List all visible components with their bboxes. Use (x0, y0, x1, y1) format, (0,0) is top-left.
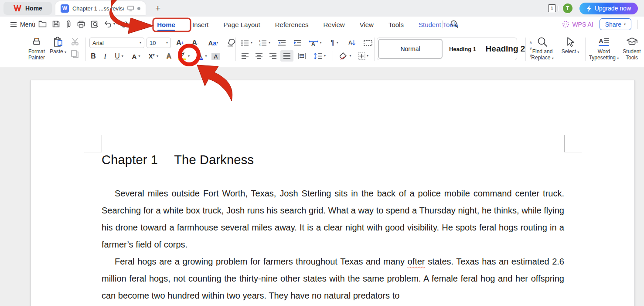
bullet-list-button[interactable]: ▾ (239, 37, 255, 48)
user-avatar[interactable]: T (563, 3, 572, 13)
divider (442, 21, 443, 28)
sort-icon[interactable]: A (344, 37, 360, 48)
print-icon[interactable] (77, 19, 85, 29)
open-folder-icon[interactable] (38, 19, 47, 29)
clear-formatting-icon[interactable] (224, 37, 238, 48)
wps-ai-icon (562, 21, 569, 28)
font-size-combobox[interactable]: 10▾ (147, 38, 171, 48)
styles-gallery: Normal Heading 1 Heading 2 ∧ ∨ ∨ (377, 38, 517, 60)
paste-button[interactable]: Paste ▾ (48, 37, 68, 55)
menu-label: Menu (20, 21, 35, 28)
body-paragraph-1[interactable]: Several miles outside Fort Worth, Texas,… (102, 185, 564, 253)
wps-home-tab-label: Home (25, 5, 42, 12)
copy-icon[interactable] (71, 50, 79, 58)
search-icon[interactable] (450, 20, 459, 28)
lightning-icon (586, 5, 592, 12)
character-scale-button[interactable]: A▾ (306, 37, 325, 48)
find-and-replace-button[interactable]: Find andReplace ▾ (528, 37, 556, 61)
menu-bar: Menu ▾ Home Insert Page Layout Reference… (0, 17, 644, 32)
share-button[interactable]: Share ▾ (600, 18, 631, 30)
body-paragraph-2[interactable]: Feral hogs are a growing problem for far… (102, 253, 564, 304)
window-tab-bar: Home W Chapter 1 ...ss revise + 1 T Upgr… (0, 0, 644, 17)
tab-view[interactable]: View (352, 17, 381, 32)
font-name-value: Arial (92, 40, 104, 46)
shading-color-button[interactable]: ▾ (337, 50, 354, 62)
chapter-heading[interactable]: Chapter 1The Darkness (102, 153, 564, 167)
superscript-button[interactable]: X²▾ (145, 51, 162, 62)
underline-button[interactable]: U▾ (111, 51, 127, 62)
divider (34, 21, 34, 28)
misspelled-word[interactable]: ofter (408, 257, 425, 266)
format-painter-icon (31, 37, 42, 47)
hamburger-icon (10, 22, 17, 27)
save-icon[interactable] (52, 19, 60, 29)
decrease-font-size-button[interactable]: A− (189, 37, 202, 48)
document-tab-title: Chapter 1 ...ss revise (72, 5, 124, 12)
quick-access-toolbar: ▾ (38, 19, 128, 29)
menu-button[interactable]: Menu (10, 19, 35, 30)
document-page[interactable]: Chapter 1The Darkness Several miles outs… (31, 80, 635, 306)
upgrade-now-button[interactable]: Upgrade now (579, 3, 638, 14)
text-frame-icon[interactable] (361, 37, 375, 48)
font-color-button[interactable]: A▾ (193, 51, 210, 62)
graduation-cap-icon (626, 37, 638, 47)
decrease-indent-icon[interactable] (274, 37, 289, 48)
font-size-value: 10 (150, 40, 156, 46)
text-effects-button[interactable]: A (162, 51, 175, 62)
select-cursor-icon (566, 37, 575, 47)
style-heading1[interactable]: Heading 1 (443, 38, 482, 60)
tab-references[interactable]: References (268, 17, 316, 32)
distribute-text-icon[interactable] (294, 50, 309, 62)
justify-icon[interactable] (280, 50, 293, 62)
align-right-icon[interactable] (266, 50, 279, 62)
monitor-icon[interactable] (127, 6, 134, 11)
divider (374, 38, 375, 61)
print-preview-icon[interactable] (91, 19, 99, 29)
tab-insert[interactable]: Insert (185, 17, 216, 32)
divider (585, 38, 586, 61)
new-tab-button[interactable]: + (155, 4, 160, 13)
divider (333, 51, 333, 61)
student-tools-button[interactable]: StudentTools (621, 37, 643, 61)
chapter-title: The Darkness (174, 153, 254, 167)
wps-ai-button[interactable]: WPS AI (562, 21, 593, 28)
borders-button[interactable]: ▾ (355, 50, 371, 62)
tab-review[interactable]: Review (316, 17, 352, 32)
bold-button[interactable]: B (87, 51, 99, 62)
line-spacing-button[interactable]: ▾ (310, 50, 329, 62)
format-painter-button[interactable]: FormatPainter (24, 37, 49, 61)
font-name-combobox[interactable]: Arial▾ (89, 38, 144, 48)
change-case-button[interactable]: Aa▾ (204, 37, 222, 48)
style-normal[interactable]: Normal (378, 39, 443, 59)
style-heading2[interactable]: Heading 2 (482, 38, 529, 60)
document-tab[interactable]: W Chapter 1 ...ss revise (55, 1, 146, 15)
svg-text:3: 3 (259, 44, 261, 46)
strikethrough-button[interactable]: A▾ (127, 51, 145, 62)
window-switcher-icon[interactable]: 1 (548, 4, 556, 12)
highlight-color-button[interactable]: ▾ (175, 51, 193, 62)
wps-logo-icon (13, 4, 22, 13)
increase-indent-icon[interactable] (290, 37, 305, 48)
svg-text:A: A (348, 40, 352, 46)
align-left-icon[interactable] (239, 50, 252, 62)
italic-button[interactable]: I (99, 51, 111, 62)
show-paragraph-marks-button[interactable]: ¶▾ (326, 37, 343, 48)
undo-button[interactable]: ▾ (104, 19, 115, 29)
char-shading-button[interactable]: A (210, 51, 221, 62)
redo-button[interactable] (121, 19, 128, 29)
wps-home-tab[interactable]: Home (3, 2, 52, 15)
select-button[interactable]: Select ▾ (559, 37, 582, 55)
increase-font-size-button[interactable]: A+ (173, 37, 187, 48)
numbered-list-button[interactable]: 123▾ (256, 37, 273, 48)
document-canvas[interactable]: Chapter 1The Darkness Several miles outs… (0, 68, 644, 306)
word-typesetting-button[interactable]: A WordTypesetting ▾ (588, 37, 620, 61)
writer-doc-icon: W (61, 4, 69, 13)
tab-home[interactable]: Home (147, 17, 185, 32)
export-pdf-icon[interactable] (65, 19, 72, 29)
unsaved-indicator-dot[interactable] (137, 7, 140, 10)
align-center-icon[interactable] (252, 50, 266, 62)
tab-page-layout[interactable]: Page Layout (216, 17, 268, 32)
wps-ai-label: WPS AI (572, 21, 593, 28)
tab-tools[interactable]: Tools (381, 17, 411, 32)
cut-icon[interactable] (71, 38, 79, 45)
